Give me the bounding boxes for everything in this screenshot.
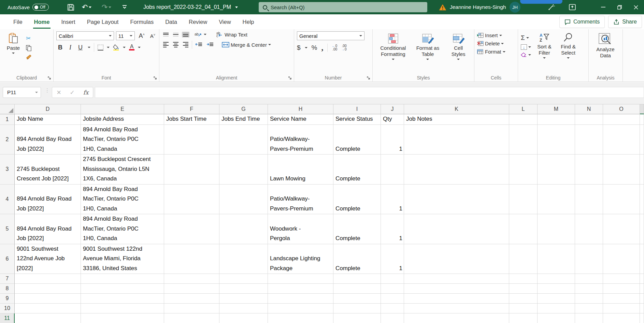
search-box[interactable]: Search (Alt+Q) [259, 2, 427, 12]
cell-K8[interactable] [404, 284, 509, 294]
cell-O9[interactable] [603, 294, 640, 304]
cell-L3[interactable] [509, 155, 538, 185]
cell-J2[interactable]: 1 [381, 125, 404, 155]
column-header-N[interactable]: N [575, 104, 603, 114]
cell-H11[interactable] [268, 313, 333, 323]
autosave-toggle[interactable]: Off [32, 4, 49, 11]
cell-I11[interactable] [333, 313, 381, 323]
row-header-4[interactable]: 4 [0, 185, 15, 215]
merge-center-button[interactable]: Merge & Center [222, 42, 271, 48]
column-header-L[interactable]: L [509, 104, 538, 114]
cell-G9[interactable] [219, 294, 268, 304]
share-button[interactable]: Share [608, 16, 642, 28]
cell-O2[interactable] [603, 125, 640, 155]
cell-N9[interactable] [575, 294, 603, 304]
cell-H10[interactable] [268, 304, 333, 313]
cell-J11[interactable] [381, 313, 404, 323]
cell-N2[interactable] [575, 125, 603, 155]
cell-P4[interactable] [640, 185, 644, 215]
cell-M4[interactable] [538, 185, 575, 215]
cell-N6[interactable] [575, 244, 603, 274]
cell-L6[interactable] [509, 244, 538, 274]
confirm-entry-button[interactable]: ✓ [70, 89, 75, 96]
cell-G8[interactable] [219, 284, 268, 294]
cell-L1[interactable] [509, 114, 538, 125]
cell-F2[interactable] [164, 125, 219, 155]
column-header-F[interactable]: F [164, 104, 219, 114]
cell-D7[interactable] [15, 274, 81, 284]
cell-H4[interactable]: Patio/Walkway- Pavers-Premium [268, 185, 333, 215]
cell-F8[interactable] [164, 284, 219, 294]
cell-G2[interactable] [219, 125, 268, 155]
cell-P7[interactable] [640, 274, 644, 284]
cell-P6[interactable] [640, 244, 644, 274]
cell-H5[interactable]: Woodwork - Pergola [268, 214, 333, 244]
conditional-formatting-button[interactable]: Conditional Formatting [375, 32, 411, 74]
font-size-select[interactable]: 11 [116, 31, 135, 40]
cell-L5[interactable] [509, 214, 538, 244]
cell-D8[interactable] [15, 284, 81, 294]
cell-J7[interactable] [381, 274, 404, 284]
delete-cells-button[interactable]: Delete [477, 41, 516, 46]
cell-O4[interactable] [603, 185, 640, 215]
cell-L8[interactable] [509, 284, 538, 294]
cell-E11[interactable] [81, 313, 164, 323]
cell-G1[interactable]: Jobs End Time [219, 114, 268, 125]
italic-button[interactable]: I [68, 44, 73, 51]
cell-E1[interactable]: Jobsite Address [81, 114, 164, 125]
cell-M3[interactable] [538, 155, 575, 185]
column-header-P[interactable] [640, 104, 644, 114]
cell-D3[interactable]: 2745 Bucklepost Crescent Job [2022] [15, 155, 81, 185]
column-header-H[interactable]: H [268, 104, 333, 114]
cell-H6[interactable]: Landscape Lighting Package [268, 244, 333, 274]
cell-L10[interactable] [509, 304, 538, 313]
cell-I7[interactable] [333, 274, 381, 284]
cell-N8[interactable] [575, 284, 603, 294]
cell-I2[interactable]: Complete [333, 125, 381, 155]
cell-N3[interactable] [575, 155, 603, 185]
cell-J4[interactable]: 1 [381, 185, 404, 215]
cell-I10[interactable] [333, 304, 381, 313]
cell-K11[interactable] [404, 313, 509, 323]
decrease-font-size-button[interactable]: A˅ [148, 33, 157, 39]
cell-P9[interactable] [640, 294, 644, 304]
cell-O3[interactable] [603, 155, 640, 185]
cell-M8[interactable] [538, 284, 575, 294]
cell-J10[interactable] [381, 304, 404, 313]
font-color-button[interactable]: A [129, 44, 134, 50]
save-button[interactable] [65, 0, 76, 14]
cell-F9[interactable] [164, 294, 219, 304]
row-header-10[interactable]: 10 [0, 304, 15, 313]
cell-M9[interactable] [538, 294, 575, 304]
column-header-E[interactable]: E [81, 104, 164, 114]
cell-J6[interactable]: 1 [381, 244, 404, 274]
cell-E2[interactable]: 894 Arnold Bay Road MacTier, Ontario P0C… [81, 125, 164, 155]
cell-G4[interactable] [219, 185, 268, 215]
autosave-control[interactable]: AutoSave Off [8, 0, 49, 14]
cell-K5[interactable] [404, 214, 509, 244]
cell-M7[interactable] [538, 274, 575, 284]
cell-P1[interactable] [640, 114, 644, 125]
cell-P2[interactable] [640, 125, 644, 155]
name-box[interactable]: P11 [3, 87, 41, 98]
cancel-entry-button[interactable]: ✕ [56, 89, 61, 96]
cell-P8[interactable] [640, 284, 644, 294]
fill-button[interactable]: ↓ [521, 44, 531, 50]
cell-P5[interactable] [640, 214, 644, 244]
cell-D1[interactable]: Job Name [15, 114, 81, 125]
cell-N5[interactable] [575, 214, 603, 244]
ink-pen-button[interactable] [545, 0, 557, 14]
cell-N11[interactable] [575, 313, 603, 323]
select-all-corner[interactable] [0, 104, 15, 114]
close-button[interactable] [628, 0, 644, 14]
clear-button[interactable] [521, 53, 531, 57]
bold-button[interactable]: B [56, 44, 64, 51]
cell-F1[interactable]: Jobs Start Time [164, 114, 219, 125]
cell-styles-button[interactable]: Cell Styles [445, 32, 472, 74]
cell-I6[interactable]: Complete [333, 244, 381, 274]
cell-O10[interactable] [603, 304, 640, 313]
quick-access-toolbar-button[interactable] [119, 0, 130, 14]
cell-D10[interactable] [15, 304, 81, 313]
font-dialog-launcher[interactable] [154, 76, 157, 80]
cell-H1[interactable]: Service Name [268, 114, 333, 125]
